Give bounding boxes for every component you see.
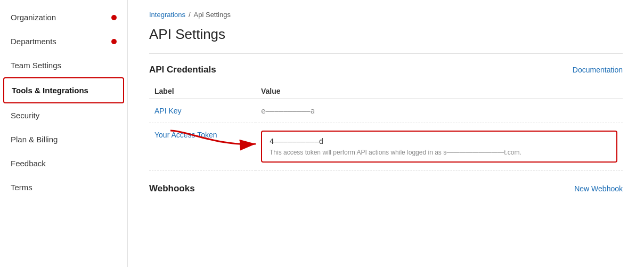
token-value: 4――――――――――d — [270, 137, 609, 145]
webhooks-section-header: Webhooks New Webhook — [149, 183, 623, 194]
access-token-cell: 4――――――――――d This access token will perf… — [256, 123, 623, 171]
token-description: This access token will perform API actio… — [270, 149, 609, 156]
api-key-value: e――――――――――a — [256, 99, 623, 123]
dept-dot-icon — [111, 39, 117, 44]
api-key-label: API Key — [149, 99, 256, 123]
breadcrumb-link[interactable]: Integrations — [149, 11, 185, 19]
sidebar-item-label: Tools & Integrations — [12, 86, 88, 95]
table-row: Your Access Token — [149, 123, 623, 171]
sidebar-item-departments[interactable]: Departments — [0, 29, 127, 53]
new-webhook-link[interactable]: New Webhook — [574, 184, 623, 193]
sidebar: Organization Departments Team Settings T… — [0, 0, 128, 267]
sidebar-item-label: Team Settings — [11, 61, 61, 70]
sidebar-item-security[interactable]: Security — [0, 103, 127, 127]
access-token-box: 4――――――――――d This access token will perf… — [261, 131, 617, 163]
credentials-section-title: API Credentials — [149, 64, 216, 75]
sidebar-item-terms[interactable]: Terms — [0, 175, 127, 199]
sidebar-item-feedback[interactable]: Feedback — [0, 151, 127, 175]
breadcrumb-current: Api Settings — [194, 11, 231, 19]
sidebar-item-label: Plan & Billing — [11, 135, 58, 144]
sidebar-item-organization[interactable]: Organization — [0, 5, 127, 29]
col-value-header: Value — [256, 84, 623, 99]
col-label-header: Label — [149, 84, 256, 99]
sidebar-item-label: Departments — [11, 37, 56, 46]
breadcrumb: Integrations / Api Settings — [149, 11, 623, 19]
sidebar-item-team-settings[interactable]: Team Settings — [0, 53, 127, 77]
sidebar-item-label: Terms — [11, 183, 32, 192]
page-title: API Settings — [149, 26, 623, 43]
sidebar-item-tools-integrations[interactable]: Tools & Integrations — [3, 77, 124, 103]
sidebar-item-label: Organization — [11, 13, 56, 22]
documentation-link[interactable]: Documentation — [573, 66, 623, 74]
org-dot-icon — [111, 15, 117, 20]
credentials-section-header: API Credentials Documentation — [149, 64, 623, 75]
section-divider — [149, 53, 623, 54]
sidebar-item-plan-billing[interactable]: Plan & Billing — [0, 127, 127, 151]
sidebar-item-label: Feedback — [11, 159, 46, 168]
breadcrumb-sep: / — [189, 11, 191, 19]
access-token-label: Your Access Token — [149, 123, 256, 171]
sidebar-item-label: Security — [11, 111, 39, 120]
credentials-table: Label Value API Key e――――――――――a Your Ac… — [149, 84, 623, 171]
table-row: API Key e――――――――――a — [149, 99, 623, 123]
main-content: Integrations / Api Settings API Settings… — [128, 0, 644, 267]
webhooks-section: Webhooks New Webhook — [149, 183, 623, 194]
webhooks-title: Webhooks — [149, 183, 195, 194]
